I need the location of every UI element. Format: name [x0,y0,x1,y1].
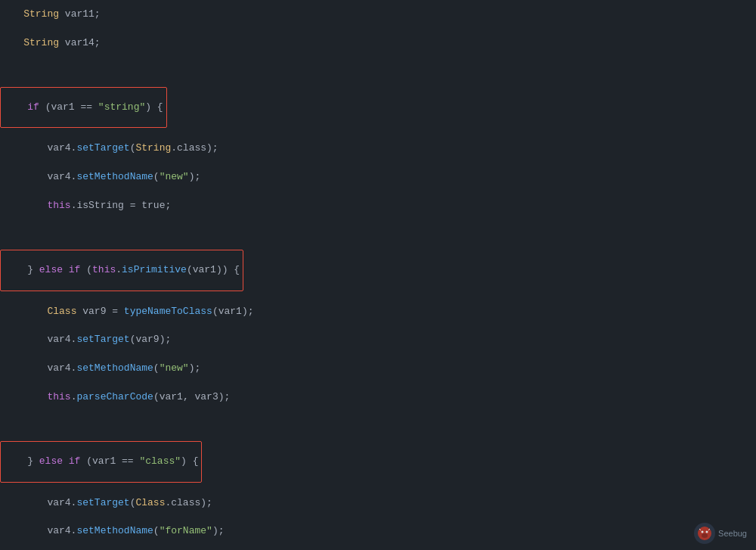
code-line: } else if (this.isPrimitive(var1)) { [4,262,240,279]
code-line: var4.setTarget(Class.class); [0,495,756,512]
code-line: if (var1 == "string") { [4,99,163,117]
seebug-watermark: Seebug [694,523,747,544]
code-line: } else if (var1 == "class") { [4,453,198,471]
code-line: String var11; [0,6,756,23]
code-line: var4.setTarget(var9); [0,331,756,349]
seebug-logo-icon [694,523,715,544]
svg-point-3 [702,533,708,538]
code-line: this.isString = true; [0,197,756,215]
seebug-text: Seebug [718,529,747,538]
svg-point-2 [706,531,708,533]
code-line: String var14; [0,35,756,52]
highlight-box-primitive: } else if (this.isPrimitive(var1)) { [0,250,243,291]
code-line: var4.setMethodName("new"); [0,169,756,186]
highlight-box-class: } else if (var1 == "class") { [0,441,202,483]
code-line: var4.setTarget(String.class); [0,140,756,157]
svg-point-1 [702,531,704,533]
code-line: var4.setMethodName("new"); [0,360,756,378]
highlight-box-string: if (var1 == "string") { [0,87,167,129]
code-container: String var11; String var14; if (var1 == … [0,0,756,550]
code-line: this.parseCharCode(var1, var3); [0,389,756,406]
code-line: var4.setMethodName("forName"); [0,523,756,540]
code-line: Class var9 = typeNameToClass(var1); [0,303,756,321]
